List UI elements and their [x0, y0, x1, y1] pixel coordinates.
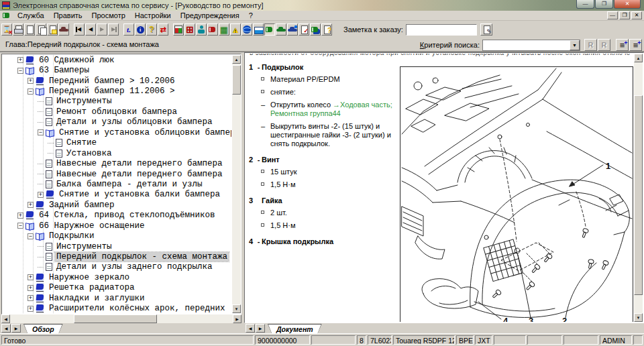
search-criteria-combobox[interactable]: ▼ [482, 40, 580, 51]
tab-document[interactable]: Документ [268, 324, 322, 333]
collapse-box[interactable]: − [38, 129, 44, 135]
collapse-box[interactable]: − [17, 68, 23, 74]
tree-item[interactable]: Ремонт облицовки бампера [3, 107, 231, 117]
scroll-down-icon[interactable]: ▼ [232, 304, 241, 313]
window-grid-button[interactable] [184, 23, 195, 36]
tree-item[interactable]: −Подкрылки [3, 231, 231, 241]
tree-item[interactable]: +Снятие и установка балки бампера [3, 190, 231, 200]
tree-item[interactable]: Инструменты [3, 97, 231, 107]
info-button[interactable] [135, 23, 146, 36]
tree-item[interactable]: +Задний бампер [3, 200, 231, 210]
document-vscroll-thumb[interactable] [634, 95, 643, 295]
menu-item-0[interactable]: Служба [13, 11, 49, 19]
tree-item[interactable]: Навесные детали переднего бампера [3, 169, 231, 179]
scroll-right-icon[interactable]: ▶ [233, 314, 241, 323]
menu-item-5[interactable]: ? [244, 11, 258, 19]
search-next-button[interactable] [598, 39, 610, 51]
tree-item[interactable]: Инструменты [3, 241, 231, 251]
expand-box[interactable]: + [28, 78, 34, 84]
menu-item-1[interactable]: Править [49, 11, 87, 19]
vehicle-data-button[interactable] [276, 23, 286, 36]
goto-topic-button[interactable] [123, 23, 134, 36]
expand-box[interactable]: + [38, 192, 44, 198]
tree-item[interactable]: Детали и узлы облицовки бампера [3, 117, 231, 127]
tree-item[interactable]: +Наружное зеркало [3, 272, 231, 282]
tree-item[interactable]: −63 Бамперы [3, 65, 231, 75]
tree-item[interactable]: +Решетка радиатора [3, 283, 231, 293]
collapse-box[interactable]: − [28, 89, 34, 95]
tab-scroll-right-icon[interactable]: ▶ [256, 324, 265, 333]
mdi-restore-button[interactable]: ❐ [619, 11, 630, 19]
tree-vscroll-thumb[interactable] [232, 65, 241, 95]
tree-item[interactable]: Установка [3, 148, 231, 158]
scroll-up-icon[interactable]: ▲ [634, 54, 643, 62]
transfer-button[interactable] [158, 23, 168, 36]
nav-last-button[interactable] [108, 23, 119, 36]
tree-item[interactable]: Передний подкрылок - схема монтажа [3, 251, 231, 262]
scroll-down-icon[interactable]: ▼ [634, 313, 643, 322]
tree-vertical-scrollbar[interactable]: ▲ ▼ [232, 55, 241, 313]
tab-scroll-right-icon[interactable]: ▶ [11, 324, 21, 333]
order-note-input[interactable] [406, 24, 477, 36]
expand-box[interactable]: + [28, 306, 34, 312]
workshop-button[interactable] [196, 23, 207, 36]
maximize-button[interactable]: ❐ [595, 0, 613, 9]
tab-scroll-left-icon[interactable]: ◀ [246, 324, 255, 333]
tree-hscroll-thumb[interactable] [74, 314, 157, 323]
document-help-button[interactable] [321, 23, 332, 36]
copy-document-button[interactable] [36, 23, 46, 36]
tree-item[interactable]: −66 Наружное оснащение [3, 221, 231, 231]
order-note-button[interactable] [47, 23, 58, 36]
nav-first-button[interactable] [74, 23, 85, 36]
collapse-box[interactable]: − [17, 223, 23, 229]
tree-item[interactable]: −Передний бампер 11.2006 > [3, 86, 231, 96]
tree-item[interactable]: Балка бампера - детали и узлы [3, 179, 231, 189]
expand-box[interactable]: + [28, 202, 34, 208]
tree-item[interactable]: +Передний бампер > 10.2006 [3, 76, 231, 86]
vehicle-search-button[interactable] [287, 23, 298, 36]
archive-button[interactable] [253, 23, 264, 36]
tree-item[interactable]: Навесные детали переднего бампера [3, 158, 231, 168]
expand-box[interactable]: + [17, 213, 23, 219]
new-document-button[interactable] [24, 23, 35, 36]
expand-box[interactable]: + [28, 295, 34, 301]
vehicle-identification-button[interactable] [58, 23, 69, 36]
tree-item[interactable]: +Расширители колёсных арок, передних [3, 304, 231, 314]
tree-item[interactable]: −Снятие и установка облицовки бампера [3, 127, 231, 137]
search-previous-button[interactable] [584, 39, 597, 51]
nav-back-button[interactable] [85, 23, 96, 36]
checklist-button[interactable] [299, 23, 309, 36]
minimize-button[interactable]: — [576, 0, 594, 9]
wiring-diagrams-button[interactable] [207, 23, 218, 36]
expand-box[interactable]: + [28, 274, 34, 280]
nav-forward-button[interactable] [97, 23, 107, 36]
tree-horizontal-scrollbar[interactable]: ◀ ▶ [1, 314, 241, 323]
scroll-up-icon[interactable]: ▲ [232, 55, 241, 64]
repair-manual-button[interactable] [264, 23, 275, 36]
collapse-box[interactable]: − [28, 233, 34, 239]
document-vertical-scrollbar[interactable]: ▲ ▼ [634, 54, 643, 322]
mdi-close-button[interactable]: ✕ [631, 11, 642, 19]
order-note-edit-button[interactable] [480, 23, 492, 36]
tree-item[interactable]: +64 Стекла, привод стеклоподъёмников [3, 211, 231, 221]
service-table-button[interactable] [219, 23, 229, 36]
menu-item-3[interactable]: Настройки [130, 11, 176, 19]
mdi-minimize-button[interactable]: — [607, 11, 618, 19]
expand-box[interactable]: + [17, 57, 23, 63]
tree-item[interactable]: +Накладки и заглушки [3, 293, 231, 303]
scroll-left-icon[interactable]: ◀ [1, 314, 10, 323]
expand-box[interactable]: + [28, 285, 34, 291]
close-button[interactable]: ✕ [614, 0, 641, 9]
insert-to-list-alt-button[interactable] [629, 39, 642, 51]
manuals-button[interactable] [310, 23, 321, 36]
menu-item-2[interactable]: Просмотр [87, 11, 130, 19]
campaigns-button[interactable] [230, 23, 241, 36]
document-window-icon[interactable] [2, 12, 11, 19]
menu-item-4[interactable]: Предупреждения [176, 11, 244, 19]
chevron-down-icon[interactable]: ▼ [570, 40, 580, 50]
tab-overview[interactable]: Обзор [23, 324, 63, 333]
tree-item[interactable]: Детали и узлы заднего подкрылка [3, 262, 231, 272]
tree-item[interactable]: Снятие [3, 138, 231, 148]
insert-to-list-button[interactable] [616, 39, 629, 51]
search-criteria-input[interactable] [483, 40, 570, 50]
